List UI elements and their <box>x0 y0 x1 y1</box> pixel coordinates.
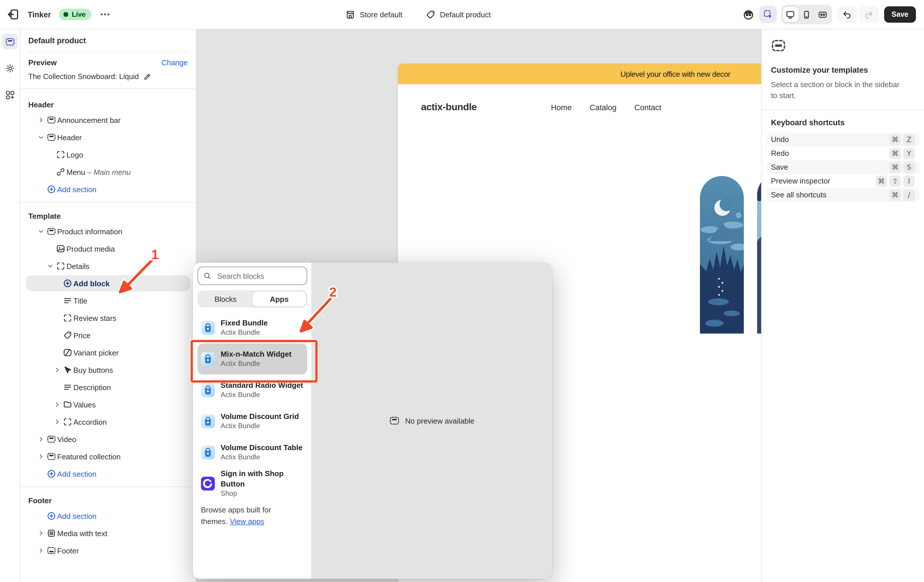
tree-item-title[interactable]: Title <box>20 292 196 309</box>
image-icon <box>56 244 65 253</box>
fullwidth-view-button[interactable] <box>815 7 831 22</box>
keycap: ⇧ <box>889 175 901 187</box>
app-block-sign-in-with-shop-button[interactable]: Sign in with Shop Button Shop <box>198 468 307 499</box>
app-block-volume-discount-grid[interactable]: Volume Discount Grid Actix Bundle <box>198 406 307 437</box>
exit-editor-icon[interactable] <box>7 8 20 21</box>
app-vendor: Actix Bundle <box>221 453 303 462</box>
link-icon <box>56 168 65 177</box>
keycap: ⌘ <box>876 175 887 187</box>
tree-item-footer[interactable]: Footer <box>20 542 196 559</box>
actix-app-icon <box>201 446 215 459</box>
preview-inspector-icon[interactable] <box>742 8 755 21</box>
device-toggle <box>781 5 832 24</box>
tree-item-logo[interactable]: Logo <box>20 146 196 163</box>
block-preview-pane: No preview available <box>311 263 552 579</box>
tree-item-price[interactable]: Price <box>20 327 196 344</box>
tab-apps[interactable]: Apps <box>252 291 306 306</box>
chevron-right-icon <box>38 453 45 460</box>
undo-button[interactable] <box>837 6 858 23</box>
tree-item-video[interactable]: Video <box>20 431 196 448</box>
panel-subtitle: Select a section or block in the sidebar… <box>771 80 905 101</box>
store-nav-catalog[interactable]: Catalog <box>590 103 617 112</box>
app-block-volume-discount-table[interactable]: Volume Discount Table Actix Bundle <box>198 437 307 468</box>
tree-item-product-information[interactable]: Product information <box>20 223 196 240</box>
tree-item-values[interactable]: Values <box>20 396 196 413</box>
store-name: Tinker <box>28 10 51 19</box>
shortcuts-title: Keyboard shortcuts <box>771 118 915 127</box>
desktop-view-button[interactable] <box>782 7 799 22</box>
add-section-button[interactable]: Add section <box>20 181 196 198</box>
tree-item-menu[interactable]: Menu – Main menu <box>20 163 196 181</box>
tree-item-accordion[interactable]: Accordion <box>20 413 196 431</box>
tree-item-buy-buttons[interactable]: Buy buttons <box>20 361 196 378</box>
keycap: S <box>903 161 915 173</box>
tree-item-featured-collection[interactable]: Featured collection <box>20 448 196 465</box>
tree-item-review-stars[interactable]: Review stars <box>20 309 196 327</box>
add-section-button[interactable]: Add section <box>20 465 196 482</box>
add-block-popup: BlocksApps Fixed Bundle Actix Bundle Mix… <box>193 263 552 579</box>
keycap: I <box>903 175 915 187</box>
app-block-fixed-bundle[interactable]: Fixed Bundle Actix Bundle <box>198 312 307 344</box>
store-logo[interactable]: actix-bundle <box>421 102 477 113</box>
add-block-button[interactable]: Add block <box>20 275 196 292</box>
tree-item-announcement-bar[interactable]: Announcement bar <box>20 112 196 129</box>
tree-item-header[interactable]: Header <box>20 129 196 146</box>
search-blocks-box[interactable] <box>198 266 307 285</box>
fullwidth-icon <box>818 10 828 19</box>
tree-item-product-media[interactable]: Product media <box>20 240 196 257</box>
tree-label: Description <box>73 383 111 391</box>
tree-label: Add section <box>57 469 96 478</box>
group-heading-header: Header <box>20 95 196 112</box>
preview-product-name: The Collection Snowboard: Liquid <box>28 72 139 81</box>
tab-blocks[interactable]: Blocks <box>199 291 252 306</box>
text-icon <box>63 383 72 392</box>
edit-pencil-icon[interactable] <box>144 72 152 81</box>
shortcut-see-all-shortcuts[interactable]: See all shortcuts ⌘/ <box>766 188 919 202</box>
select-tool-button[interactable] <box>759 6 777 23</box>
annotation-highlight-box <box>191 340 318 383</box>
sidebar-title: Default product <box>28 36 188 45</box>
tree-item-media-with-text[interactable]: Media with text <box>20 524 196 542</box>
gear-icon <box>5 63 15 73</box>
chevron-right-icon <box>38 436 45 442</box>
tree-item-details[interactable]: Details <box>20 257 196 275</box>
brackets-icon <box>56 261 65 271</box>
keycap: / <box>903 189 915 201</box>
tree-label: Product information <box>57 227 122 236</box>
store-nav: HomeCatalogContact <box>565 103 647 112</box>
sections-icon <box>5 37 15 46</box>
shortcut-save: Save ⌘S <box>766 160 919 174</box>
view-apps-link[interactable]: View apps <box>230 517 264 525</box>
more-menu-icon[interactable] <box>100 9 111 20</box>
tree-item-variant-picker[interactable]: Variant picker <box>20 344 196 361</box>
mobile-icon <box>802 10 812 19</box>
redo-button[interactable] <box>859 6 879 23</box>
add-section-button[interactable]: Add section <box>20 507 196 524</box>
search-blocks-input[interactable] <box>216 271 302 281</box>
store-nav-contact[interactable]: Contact <box>634 103 661 112</box>
store-default-selector[interactable]: Store default <box>345 10 402 19</box>
rail-app-embeds-button[interactable] <box>2 87 18 103</box>
save-button[interactable]: Save <box>884 7 916 23</box>
undo-icon <box>842 10 852 19</box>
variant-icon <box>63 348 72 357</box>
brackets-icon <box>56 150 65 159</box>
chevron-down-icon <box>38 134 45 141</box>
section-icon <box>47 133 56 142</box>
mobile-view-button[interactable] <box>799 7 815 22</box>
footersec-icon <box>47 546 56 555</box>
store-nav-home[interactable]: Home <box>551 103 572 112</box>
rail-sections-button[interactable] <box>2 33 18 49</box>
chevron-right-icon <box>54 367 61 373</box>
change-preview-link[interactable]: Change <box>162 58 188 67</box>
section-icon <box>47 452 56 461</box>
template-selector[interactable]: Default product <box>425 10 490 19</box>
tree-label: Buy buttons <box>73 366 113 374</box>
tree-label: Product media <box>66 244 115 253</box>
keycap: ⌘ <box>889 133 901 145</box>
tree-item-description[interactable]: Description <box>20 378 196 396</box>
keycap: ⌘ <box>889 161 901 173</box>
rail-settings-button[interactable] <box>2 60 18 76</box>
shopify-theme-editor: Tinker Live Store default Default produc… <box>0 0 924 582</box>
no-preview-icon <box>389 416 399 426</box>
